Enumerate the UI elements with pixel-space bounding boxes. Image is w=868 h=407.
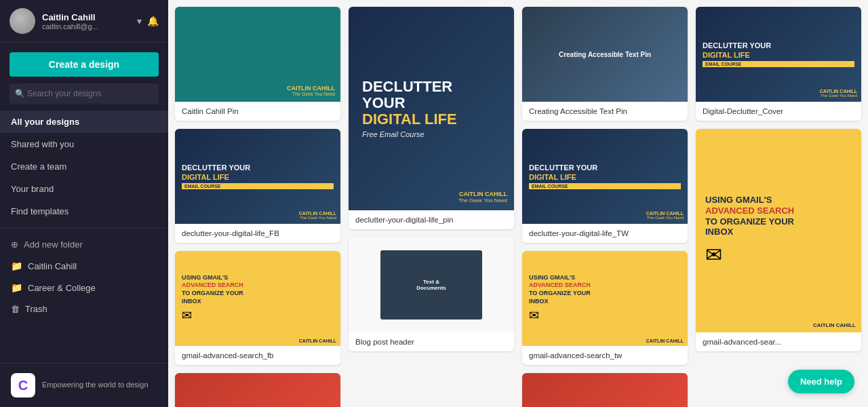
thumb-teal: CAITLIN CAHILL The Geek You Need [175, 7, 340, 102]
thumb-declutter-big: DECLUTTERYOURDIGITAL LIFE Free Email Cou… [349, 7, 514, 210]
user-info: Caitlin Cahill caitlin.cahill@g... [42, 12, 137, 31]
folder-icon: 📁 [11, 282, 22, 293]
brand-sub: The Geek You Need [299, 216, 336, 220]
design-card-declutter-tw[interactable]: DECLUTTER YOURDIGITAL LIFE EMAIL COURSE … [522, 129, 688, 243]
card-image: CAITLIN CAHILL The Geek You Need [175, 7, 340, 102]
sidebar-item-shared-with-you[interactable]: Shared with you [0, 133, 168, 155]
folder-icon: 📁 [11, 260, 22, 271]
folder-career-college-label: Career & College [28, 283, 96, 293]
brand-sub: The Geek You Need [292, 92, 335, 96]
sidebar-item-all-designs[interactable]: All your designs [0, 111, 168, 133]
folder-career-college[interactable]: 📁 Career & College [0, 277, 168, 298]
card-image: Text &Documents [349, 237, 514, 332]
folder-caitlin-cahill[interactable]: 📁 Caitlin Cahill [0, 255, 168, 277]
card-label: gmail-advanced-search_tw [522, 346, 688, 365]
search-input[interactable] [9, 83, 159, 104]
design-card-gmail-big[interactable]: USING GMAIL'SADVANCED SEARCHTO ORGANIZE … [696, 129, 861, 351]
thumb-blog-text: Text &Documents [414, 276, 449, 294]
notification-bell-icon[interactable]: 🔔 [147, 16, 159, 26]
avatar [9, 8, 35, 34]
user-email: caitlin.cahill@g... [42, 22, 137, 31]
thumb-gmail: USING GMAIL'SADVANCED SEARCHTO ORGANIZE … [175, 251, 340, 346]
create-design-button[interactable]: Create a design [9, 52, 159, 77]
designs-grid: CAITLIN CAHILL The Geek You Need Caitlin… [175, 7, 861, 407]
sidebar-item-your-brand[interactable]: Your brand [0, 178, 168, 200]
design-card-passwords-1[interactable]: HOW TO CREATESTRONG PASSWORDSEASY TO REM… [175, 373, 340, 407]
card-image-featured: USING GMAIL'SADVANCED SEARCHTO ORGANIZE … [696, 129, 861, 332]
column-2: DECLUTTERYOURDIGITAL LIFE Free Email Cou… [349, 7, 514, 407]
brand-sub: The Geek You Need [820, 94, 857, 98]
thumb-brand: CAITLIN CAHILL The Geek You Need [299, 211, 336, 220]
design-card-passwords-2[interactable]: HOW TO CREATESTRONG PASSWORDSEASY TO REM… [522, 373, 688, 407]
thumb-passwords: HOW TO CREATESTRONG PASSWORDSEASY TO REM… [175, 373, 340, 407]
gmail-big-icon: ✉ [705, 243, 852, 267]
brand-name: CAITLIN CAHILL [299, 338, 336, 343]
card-image: HOW TO CREATESTRONG PASSWORDSEASY TO REM… [522, 373, 688, 407]
thumb-accessible: Creating Accessible Text Pin [522, 7, 688, 102]
thumb-title: Creating Accessible Text Pin [559, 51, 651, 58]
thumb-brand: CAITLIN CAHILL The Geek You Need [458, 191, 507, 204]
card-label: Digital-Declutter_Cover [696, 102, 861, 121]
canva-logo-letter: C [18, 378, 28, 393]
sidebar-item-create-a-team[interactable]: Create a team [0, 155, 168, 178]
design-card-declutter-big[interactable]: DECLUTTERYOURDIGITAL LIFE Free Email Cou… [349, 7, 514, 229]
card-label: gmail-advanced-sear... [696, 332, 861, 351]
card-image-featured: DECLUTTERYOURDIGITAL LIFE Free Email Cou… [349, 7, 514, 210]
gmail-icon: ✉ [182, 308, 334, 323]
card-label: Creating Accessible Text Pin [522, 102, 688, 121]
sidebar-nav: All your designs Shared with you Create … [0, 111, 168, 222]
thumb-title: DECLUTTER YOURDIGITAL LIFE [529, 163, 681, 181]
design-card-gmail-fb[interactable]: USING GMAIL'SADVANCED SEARCHTO ORGANIZE … [175, 251, 340, 365]
folder-caitlin-cahill-label: Caitlin Cahill [28, 261, 77, 271]
brand-name: CAITLIN CAHILL [458, 191, 507, 197]
thumb-brand: CAITLIN CAHILL [646, 338, 684, 343]
search-icon: 🔍 [15, 89, 25, 98]
add-folder-icon: ⊕ [11, 239, 18, 250]
card-label: declutter-your-digital-life_TW [522, 224, 688, 243]
folder-trash-label: Trash [25, 304, 47, 314]
design-card-blog-post[interactable]: Text &Documents Blog post header [349, 237, 514, 351]
thumb-title: USING GMAIL'SADVANCED SEARCHTO ORGANIZE … [705, 195, 852, 237]
thumb-badge: EMAIL COURSE [529, 183, 681, 189]
thumb-brand: CAITLIN CAHILL The Geek You Need [646, 211, 684, 220]
footer-tagline: Empowering the world to design [42, 380, 149, 390]
brand-name: CAITLIN CAHILL [646, 211, 684, 216]
folder-trash[interactable]: 🗑 Trash [0, 298, 168, 319]
sidebar-item-find-templates[interactable]: Find templates [0, 200, 168, 222]
card-image: DECLUTTER YOURDIGITAL LIFE EMAIL COURSE … [696, 7, 861, 102]
avatar-image [9, 8, 35, 34]
card-label: Blog post header [349, 332, 514, 351]
add-folder-button[interactable]: ⊕ Add new folder [0, 234, 168, 255]
search-wrap: 🔍 [9, 83, 159, 104]
thumb-passwords-2: HOW TO CREATESTRONG PASSWORDSEASY TO REM… [522, 373, 688, 407]
thumb-brand: CAITLIN CAHILL The Geek You Need [820, 89, 857, 98]
sidebar: Caitlin Cahill caitlin.cahill@g... ▾ 🔔 C… [0, 0, 168, 407]
card-image: DECLUTTER YOURDIGITAL LIFE EMAIL COURSE … [175, 129, 340, 224]
thumb-declutter-tw: DECLUTTER YOURDIGITAL LIFE EMAIL COURSE … [522, 129, 688, 224]
thumb-badge: EMAIL COURSE [703, 61, 854, 67]
thumb-title: DECLUTTERYOURDIGITAL LIFE [362, 79, 500, 128]
design-card-accessible[interactable]: Creating Accessible Text Pin Creating Ac… [522, 7, 688, 121]
header-icons: ▾ 🔔 [137, 16, 159, 26]
design-card-digital-cover[interactable]: DECLUTTER YOURDIGITAL LIFE EMAIL COURSE … [696, 7, 861, 121]
need-help-button[interactable]: Need help [788, 370, 854, 393]
design-card-caitlin-cahill-pin[interactable]: CAITLIN CAHILL The Geek You Need Caitlin… [175, 7, 340, 121]
card-image: DECLUTTER YOURDIGITAL LIFE EMAIL COURSE … [522, 129, 688, 224]
card-label: Caitlin Cahill Pin [175, 102, 340, 121]
design-card-declutter-fb[interactable]: DECLUTTER YOURDIGITAL LIFE EMAIL COURSE … [175, 129, 340, 243]
brand-name: CAITLIN CAHILL [299, 211, 336, 216]
dropdown-icon[interactable]: ▾ [137, 16, 142, 26]
thumb-gmail-tw: USING GMAIL'SADVANCED SEARCHTO ORGANIZE … [522, 251, 688, 346]
user-name: Caitlin Cahill [42, 12, 137, 22]
thumb-blog-inner: Text &Documents [380, 250, 483, 319]
thumb-brand: CAITLIN CAHILL [299, 338, 336, 343]
thumb-title: USING GMAIL'SADVANCED SEARCHTO ORGANIZE … [529, 274, 681, 306]
thumb-brand: CAITLIN CAHILL [813, 322, 856, 328]
brand-name: CAITLIN CAHILL [813, 322, 856, 328]
sidebar-footer: C Empowering the world to design [0, 363, 168, 407]
design-card-gmail-tw[interactable]: USING GMAIL'SADVANCED SEARCHTO ORGANIZE … [522, 251, 688, 365]
brand-name: CAITLIN CAHILL [646, 338, 684, 343]
card-label: declutter-your-digital-life_FB [175, 224, 340, 243]
column-3: Creating Accessible Text Pin Creating Ac… [522, 7, 688, 407]
canva-logo: C [11, 373, 35, 398]
